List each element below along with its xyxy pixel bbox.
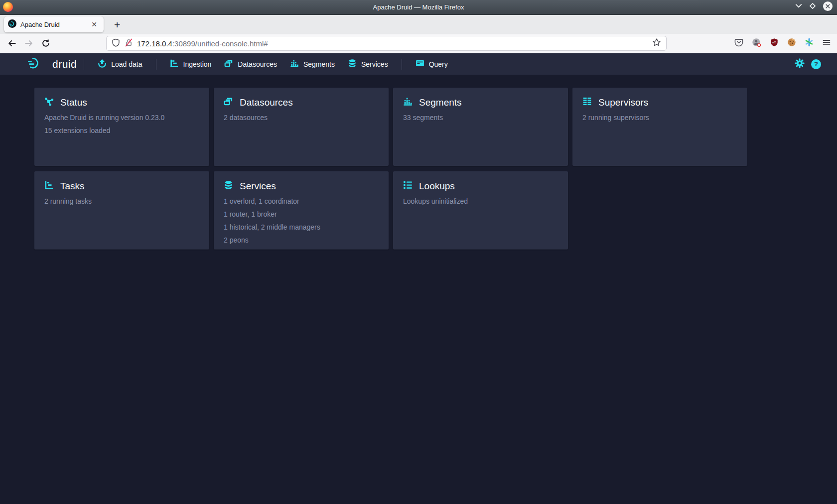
card-line: 1 router, 1 broker (224, 211, 379, 218)
navbar-separator (402, 59, 402, 70)
card-line: 2 peons (224, 237, 379, 244)
nav-item-datasources[interactable]: Datasources (218, 53, 283, 75)
card-line: 15 extensions loaded (44, 127, 199, 134)
maximize-icon[interactable] (809, 2, 817, 12)
insecure-lock-icon[interactable] (125, 38, 133, 49)
account-extension-icon[interactable] (752, 38, 761, 49)
nav-item-label: Ingestion (183, 60, 212, 68)
tracking-shield-icon[interactable] (112, 38, 120, 49)
bar-chart-icon (403, 97, 413, 108)
card-line: 2 running tasks (44, 198, 199, 205)
card-line: 1 historical, 2 middle managers (224, 224, 379, 231)
tab-title: Apache Druid (20, 21, 89, 28)
properties-icon (403, 180, 413, 192)
database-icon (348, 59, 357, 69)
database-icon (224, 180, 233, 192)
url-text: 172.18.0.4:30899/unified-console.html# (137, 39, 268, 48)
card-title: Services (240, 181, 276, 192)
gear-icon[interactable] (795, 58, 805, 70)
url-host: 172.18.0.4 (137, 39, 172, 48)
card-line: 1 overlord, 1 coordinator (224, 198, 379, 205)
segments-card[interactable]: Segments 33 segments (393, 88, 568, 166)
card-line: 2 running supervisors (582, 114, 737, 121)
tab-apache-druid[interactable]: Apache Druid ✕ (4, 16, 104, 32)
url-bar[interactable]: 172.18.0.4:30899/unified-console.html# (106, 36, 667, 51)
ublock-icon[interactable]: uO (770, 38, 779, 49)
card-line: 33 segments (403, 114, 558, 121)
menu-hamburger-icon[interactable] (822, 38, 831, 49)
cookie-extension-icon[interactable] (787, 38, 796, 49)
window-title: Apache Druid — Mozilla Firefox (0, 3, 837, 11)
back-icon[interactable] (4, 36, 19, 51)
bar-chart-icon (290, 59, 299, 69)
window-titlebar: Apache Druid — Mozilla Firefox (0, 0, 837, 15)
firefox-icon (3, 2, 13, 12)
nav-item-load-data[interactable]: Load data (91, 53, 148, 75)
navbar-separator (84, 59, 84, 70)
nav-item-segments[interactable]: Segments (283, 53, 341, 75)
card-title: Segments (419, 97, 462, 108)
toolbar-extensions: uO (734, 38, 831, 49)
nav-item-query[interactable]: Query (409, 53, 454, 75)
reload-icon[interactable] (38, 36, 53, 51)
forward-icon[interactable] (21, 36, 36, 51)
card-title: Tasks (60, 181, 85, 192)
pocket-icon[interactable] (734, 38, 743, 49)
druid-logo-text: druid (52, 58, 77, 70)
nav-item-label: Services (361, 60, 388, 68)
status-card[interactable]: Status Apache Druid is running version 0… (34, 88, 209, 166)
new-tab-button[interactable]: + (111, 18, 123, 31)
tasks-card[interactable]: Tasks 2 running tasks (34, 171, 209, 250)
supervisors-card[interactable]: Supervisors 2 running supervisors (572, 88, 747, 166)
sparkle-extension-icon[interactable] (805, 38, 814, 49)
stacked-rects-icon (224, 97, 233, 108)
lookups-card[interactable]: Lookups Lookups uninitialized (393, 171, 568, 250)
card-title: Status (60, 97, 87, 108)
navbar-right: ? (795, 58, 821, 70)
druid-logo-icon (28, 56, 48, 72)
minimize-icon[interactable] (795, 2, 803, 12)
svg-text:uO: uO (772, 41, 776, 44)
navbar-separator (156, 59, 156, 70)
browser-toolbar: 172.18.0.4:30899/unified-console.html# u… (0, 34, 837, 53)
upload-icon (98, 59, 107, 69)
gantt-icon (170, 59, 179, 69)
card-line: Apache Druid is running version 0.23.0 (44, 114, 199, 121)
gantt-icon (44, 180, 54, 192)
help-icon[interactable]: ? (811, 59, 821, 69)
bookmark-star-icon[interactable] (652, 38, 661, 49)
application-icon (416, 59, 424, 69)
close-icon[interactable] (823, 1, 833, 13)
cards-grid: Status Apache Druid is running version 0… (34, 88, 837, 250)
stacked-rects-icon (224, 59, 233, 69)
window-controls (795, 1, 833, 13)
nav-item-services[interactable]: Services (341, 53, 395, 75)
nav-item-label: Datasources (238, 60, 277, 68)
card-title: Supervisors (598, 97, 648, 108)
card-title: Lookups (419, 181, 455, 192)
tab-favicon-druid-icon (8, 19, 16, 30)
url-path: :30899/unified-console.html# (172, 39, 268, 48)
druid-navbar: druid Load data Ingestion Datasources Se… (0, 53, 837, 75)
graph-icon (44, 97, 54, 108)
card-line: 2 datasources (224, 114, 379, 121)
tab-close-icon[interactable]: ✕ (89, 20, 100, 29)
nav-item-label: Query (429, 60, 448, 68)
druid-logo[interactable]: druid (28, 56, 77, 72)
console-home: Status Apache Druid is running version 0… (0, 75, 837, 504)
nav-item-label: Segments (303, 60, 335, 68)
list-columns-icon (582, 97, 592, 108)
services-card[interactable]: Services 1 overlord, 1 coordinator 1 rou… (214, 171, 389, 250)
datasources-card[interactable]: Datasources 2 datasources (214, 88, 389, 166)
tab-bar: Apache Druid ✕ + (0, 15, 837, 34)
nav-item-ingestion[interactable]: Ingestion (163, 53, 218, 75)
card-title: Datasources (240, 97, 293, 108)
nav-item-label: Load data (111, 60, 142, 68)
card-line: Lookups uninitialized (403, 198, 558, 205)
